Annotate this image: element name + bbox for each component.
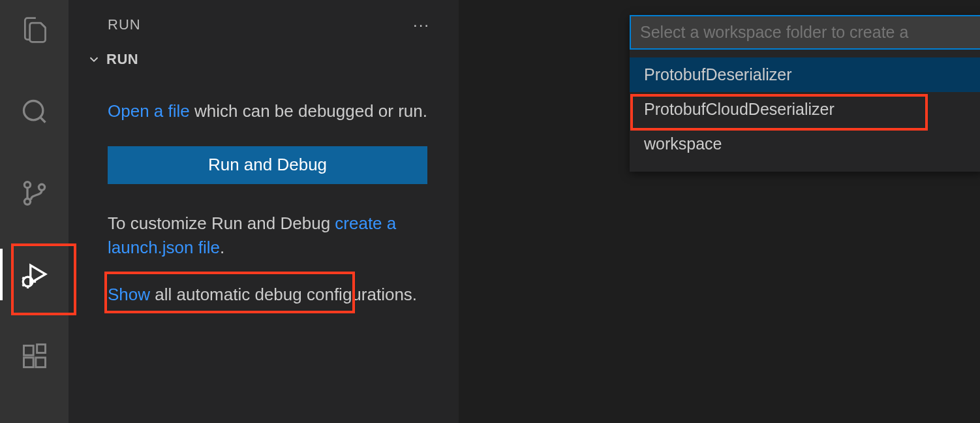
show-paragraph: Show all automatic debug configurations. [108,283,433,307]
quickpick-item[interactable]: workspace [630,127,980,161]
sidebar-title: RUN [108,16,141,33]
customize-paragraph: To customize Run and Debug create a laun… [108,212,433,260]
more-actions-icon[interactable]: ··· [413,16,443,34]
svg-line-7 [22,284,25,285]
svg-point-4 [38,184,44,190]
explorer-activity[interactable] [0,12,69,48]
quickpick: ProtobufDeserializer ProtobufCloudDeseri… [630,15,980,172]
files-icon [20,16,49,44]
svg-rect-11 [23,357,33,367]
editor-area: ProtobufDeserializer ProtobufCloudDeseri… [459,0,980,423]
run-and-debug-button[interactable]: Run and Debug [108,146,427,184]
source-control-activity[interactable] [0,175,69,211]
quickpick-input[interactable] [630,15,980,50]
activity-bar [0,0,69,423]
show-text: all automatic debug configurations. [150,285,417,304]
run-sidebar: RUN ··· RUN Open a file which can be deb… [69,0,459,423]
run-section-header[interactable]: RUN [69,51,459,68]
open-file-link[interactable]: Open a file [108,101,190,121]
search-icon [20,97,49,126]
svg-line-1 [40,117,45,122]
svg-point-0 [23,101,42,119]
customize-text: To customize Run and Debug [108,213,335,233]
svg-point-3 [24,198,30,204]
chevron-down-icon [87,52,101,67]
search-activity[interactable] [0,93,69,129]
quickpick-list: ProtobufDeserializer ProtobufCloudDeseri… [630,50,980,172]
svg-line-6 [22,277,25,279]
quickpick-item[interactable]: ProtobufCloudDeserializer [630,92,980,127]
svg-rect-13 [37,344,45,352]
section-title: RUN [106,51,138,68]
sidebar-header: RUN ··· [69,16,459,51]
git-branch-icon [20,179,49,208]
extensions-activity[interactable] [0,338,69,374]
show-link[interactable]: Show [108,285,150,304]
run-debug-activity[interactable] [0,257,69,292]
svg-rect-10 [23,345,33,355]
svg-point-2 [24,181,30,187]
period: . [220,238,224,257]
open-file-paragraph: Open a file which can be debugged or run… [108,99,433,124]
extensions-icon [20,342,49,371]
open-file-text: which can be debugged or run. [190,101,427,121]
svg-rect-12 [35,357,45,367]
run-content: Open a file which can be debugged or run… [69,99,459,330]
play-bug-icon [18,258,51,291]
quickpick-item[interactable]: ProtobufDeserializer [630,57,980,92]
